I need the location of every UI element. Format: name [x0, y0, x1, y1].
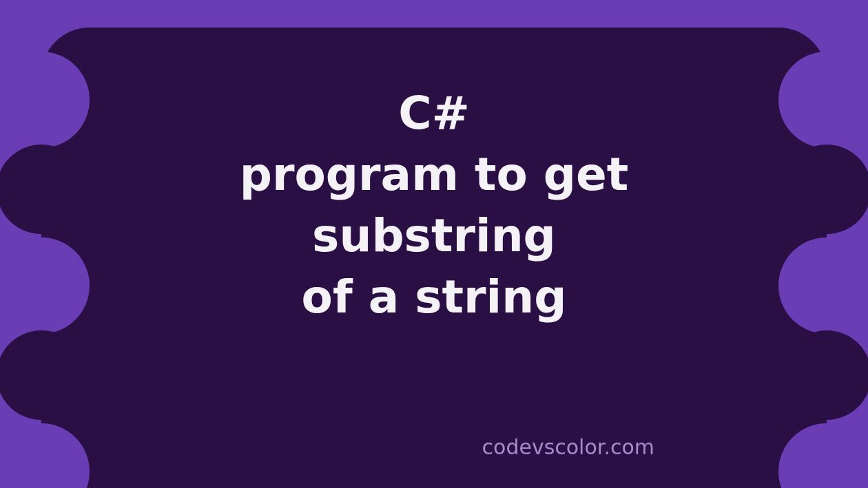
title-line: C#: [0, 83, 868, 144]
credit-text: codevscolor.com: [482, 435, 654, 459]
main-title: C# program to get substring of a string: [0, 83, 868, 328]
blob-bump: [0, 330, 86, 420]
title-line: program to get: [0, 144, 868, 205]
blob-bump: [782, 330, 868, 420]
title-line: of a string: [0, 266, 868, 328]
blob-cutout: [778, 423, 868, 488]
title-line: substring: [0, 205, 868, 266]
blob-cutout: [0, 423, 90, 488]
